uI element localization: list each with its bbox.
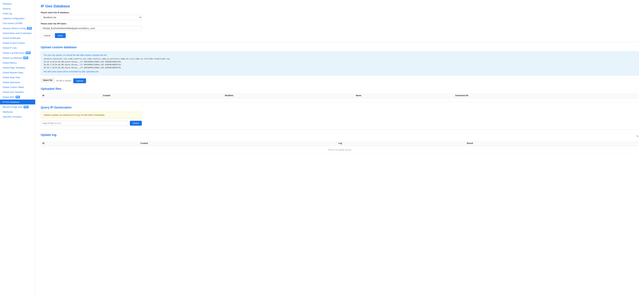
sidebar-item-global-ip-lists[interactable]: Global IP Lists [0,45,35,50]
example-line3: 34.64.1.0/24,AS,KR,South Korea,,,37.4691… [44,63,636,66]
query-row: Check [41,121,142,126]
info-note: You can only upload .csv format file wit… [44,54,636,56]
sidebar-item-global-waf[interactable]: Global WAFPro [0,95,35,100]
page-title: IP Geo Database [41,4,638,8]
col-name: Name [354,93,454,98]
badge-mlcache-purge-jobs: ENT [24,106,29,108]
upload-info-box: You can only upload .csv format file wit… [41,51,638,75]
select-db[interactable]: MaxMind LiteMaxMindCustom [41,15,142,20]
badge-global-lua-extensions: ENT [26,51,31,54]
update-log-header: Update log ↻ [41,133,638,139]
col-log-log: Log [337,141,465,146]
query-section-title: Query IP Geolocation [41,106,638,109]
sidebar-item-opendc-providers[interactable]: OpenIDC Providers [0,114,35,119]
col-download-file: Download file [454,93,638,98]
sidebar-item-global-static-files[interactable]: Global Static Files [0,75,35,80]
update-log-table: IDCreatedLogResult There is no update lo… [41,141,638,154]
api-token-wrapper [41,26,142,31]
col-log-id: ID [41,141,138,146]
example-line2: 34.64.0.0/24,AS,KR,South Korea,,,37.4691… [44,60,636,63]
save-button[interactable]: Save [55,33,66,38]
example-line4: 34.64.2.0/24,AS,KR,South Korea,,,37.4691… [44,66,636,69]
update-log-empty: There is no update log yet. [41,146,638,154]
sidebar-item-global-metrics[interactable]: Global Metrics [0,60,35,65]
sidebar-item-audit-log[interactable]: Audit Log [0,11,35,16]
check-button[interactable]: Check [130,121,142,126]
update-log-tbody: There is no update log yet. [41,146,638,154]
query-ip-input[interactable] [41,121,128,126]
sidebar: ReleasesGeneralAudit LogCaptcha Configur… [0,0,35,296]
example-line1: network,continent_iso_code,country_iso_c… [44,57,636,60]
info-example: network,continent_iso_code,country_iso_c… [44,57,636,69]
col-id: ID [41,93,101,98]
api-token-input[interactable] [41,26,142,31]
sidebar-item-global-user-variables[interactable]: Global User Variables [0,90,35,95]
sidebar-item-global-basic-auth-credentials[interactable]: Global Basic Auth Credentials [0,31,35,36]
uploaded-files-header-row: IDCreatedModifiedNameDownload file [41,93,638,98]
form-buttons: Cancel Save [41,33,638,38]
sidebar-item-global-page-templates[interactable]: Global Page Templates [0,65,35,70]
info-override-note: File with same name will be overridden b… [44,70,636,73]
sidebar-item-global-lua-modules[interactable]: Global Lua ModulesENT [0,55,35,60]
update-log-thead: IDCreatedLogResult [41,141,638,146]
sidebar-item-webhooks[interactable]: Webhooks [0,110,35,114]
sidebar-item-global-lua-extensions[interactable]: Global Lua ExtensionsENT [0,50,35,55]
col-created: Created [101,93,223,98]
no-file-chosen: No file is chosen. [56,80,72,82]
sidebar-item-general[interactable]: General [0,6,35,11]
upload-section-title: Upload custom database [41,46,638,49]
query-warning-box: Databse updates are delayed and it may n… [41,112,142,118]
badge-dynamic-metrics-config: ENT [27,27,32,30]
col-log-result: Result [465,141,638,146]
sidebar-item-cert-issuers-acme[interactable]: Cert Issuers (ACME) [0,21,35,26]
upload-button[interactable]: Upload [73,78,86,83]
uploaded-files-thead: IDCreatedModifiedNameDownload file [41,93,638,98]
refresh-icon[interactable]: ↻ [636,135,638,138]
sidebar-item-global-certificates[interactable]: Global Certificates [0,36,35,40]
sidebar-item-dynamic-metrics-config[interactable]: Dynamic Metrics ConfigENT [0,26,35,31]
sidebar-item-global-rewrite-rules[interactable]: Global Rewrite Rules [0,70,35,75]
main-content: IP Geo Database Please select the IP dat… [35,0,644,296]
badge-global-lua-modules: ENT [23,56,28,59]
col-modified: Modified [223,93,354,98]
sidebar-item-mlcache-purge-jobs[interactable]: Mlcache Purge JobsENT [0,104,35,110]
update-log-header-row: IDCreatedLogResult [41,141,638,146]
update-log-title: Update log [41,133,56,137]
col-log-created: Created [138,141,336,146]
uploaded-files-title: Uploaded files [41,87,638,91]
sidebar-item-global-custom-tables[interactable]: Global Custom Tables [0,85,35,90]
api-token-label: Please enter the API token: [41,22,638,25]
sidebar-item-releases[interactable]: Releases [0,1,35,6]
update-log-empty-row: There is no update log yet. [41,146,638,154]
cancel-button[interactable]: Cancel [41,33,53,38]
select-db-label: Please select the IP database: [41,11,638,14]
select-db-wrapper: MaxMind LiteMaxMindCustom [41,15,142,20]
badge-global-waf: Pro [16,96,20,98]
sidebar-item-ip-geo-database[interactable]: IP Geo Database [0,100,35,104]
select-file-button[interactable]: Select file [41,78,54,82]
uploaded-files-table: IDCreatedModifiedNameDownload file [41,93,638,98]
sidebar-item-global-custom-actions[interactable]: Global Custom Actions [0,40,35,45]
query-warning-text: Databse updates are delayed and it may n… [44,114,105,116]
sidebar-item-global-upstreams[interactable]: Global Upstreams [0,80,35,85]
file-upload-row: Select file No file is chosen. Upload [41,78,638,83]
sidebar-item-captcha-configuration[interactable]: Captcha Configuration [0,16,35,21]
